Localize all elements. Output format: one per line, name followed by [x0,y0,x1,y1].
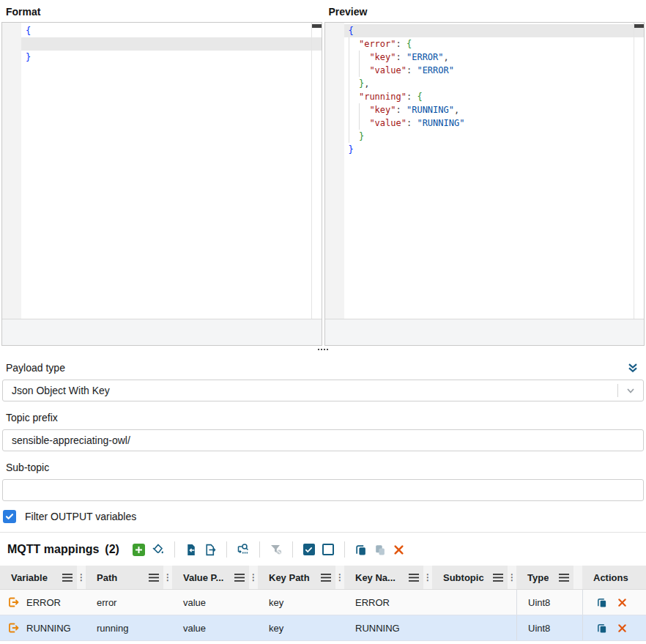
column-header-actions[interactable]: Actions [582,566,646,589]
cell-key_path[interactable]: key [258,590,344,615]
clear-mappings-icon[interactable] [149,541,168,558]
column-header-value_path[interactable]: Value P...⋮ [172,566,258,589]
column-menu-icon[interactable] [149,574,159,582]
cell-type[interactable]: Uint8 [516,590,582,615]
add-mapping-icon[interactable] [130,541,149,558]
cell-type[interactable]: Uint8 [516,615,582,640]
toolbar-divider [226,541,227,558]
format-scrollbar[interactable] [311,23,322,319]
cell-variable[interactable]: ERROR [0,590,86,615]
column-label: Actions [582,572,628,583]
cell-value_path[interactable]: value [172,590,258,615]
code-line[interactable]: "value": "ERROR" [344,64,645,77]
column-header-path[interactable]: Path⋮ [86,566,172,589]
table-row[interactable]: ERRORerrorvaluekeyERRORUint8 [0,590,646,615]
code-line[interactable]: "value": "RUNNING" [344,116,645,130]
column-label: Path [86,572,117,583]
auto-map-icon[interactable] [234,541,253,558]
payload-type-select[interactable]: Json Object With Key [2,380,644,401]
cell-path[interactable]: running [86,615,172,640]
copy-mapping-icon[interactable] [352,541,371,558]
select-all-icon[interactable] [300,541,319,558]
cell-value_path[interactable]: value [172,615,258,640]
sub-topic-input[interactable] [3,480,643,500]
format-code[interactable]: {} [21,24,322,64]
copy-row-icon[interactable] [596,597,607,608]
column-header-type[interactable]: Type [516,566,582,589]
format-editor[interactable]: {} [1,22,322,346]
editors-row: Format {} Preview {"error": {"key": "ERR… [0,0,646,346]
code-line[interactable]: "error": { [344,37,645,51]
cell-subtopic[interactable] [432,615,516,640]
column-resize-handle[interactable]: ⋮ [335,566,344,589]
import-mappings-icon[interactable] [182,541,201,558]
delete-row-icon[interactable] [617,598,627,607]
code-line[interactable]: { [21,24,322,37]
preview-editor-panel: Preview {"error": {"key": "ERROR","value… [324,0,645,346]
topic-prefix-label: Topic prefix [0,412,646,423]
mqtt-mappings-section: MQTT mappings (2) [0,532,646,641]
sub-topic-label: Sub-topic [0,462,646,473]
preview-code[interactable]: {"error": {"key": "ERROR","value": "ERRO… [344,24,645,156]
paste-mapping-icon[interactable] [371,541,390,558]
column-menu-icon[interactable] [493,574,503,582]
code-line[interactable] [21,37,322,51]
column-menu-icon[interactable] [62,574,73,582]
code-line[interactable]: "key": "RUNNING", [344,103,645,116]
preview-scrollbar[interactable] [634,23,644,319]
table-row[interactable]: RUNNINGrunningvaluekeyRUNNINGUint8 [0,615,646,641]
preview-scrollbar-thumb[interactable] [634,24,644,28]
filter-output-checkbox[interactable] [3,510,16,523]
column-header-key_name[interactable]: Key Na...⋮ [344,566,432,589]
cell-actions[interactable] [582,615,646,640]
cell-key_name[interactable]: ERROR [344,590,432,615]
delete-row-icon[interactable] [617,623,627,633]
column-header-key_path[interactable]: Key Path⋮ [258,566,344,589]
column-menu-icon[interactable] [409,574,419,582]
column-header-subtopic[interactable]: Subtopic⋮ [432,566,516,589]
variable-text: RUNNING [26,623,71,634]
delete-mappings-icon[interactable] [390,541,409,558]
code-line[interactable]: } [344,130,645,143]
cell-key_name[interactable]: RUNNING [344,615,432,640]
copy-row-icon[interactable] [596,623,607,634]
code-line[interactable]: "key": "ERROR", [344,51,645,64]
cell-variable[interactable]: RUNNING [0,615,86,640]
chevron-down-icon[interactable] [618,385,643,396]
cell-subtopic[interactable] [432,590,516,615]
preview-editor[interactable]: {"error": {"key": "ERROR","value": "ERRO… [324,22,645,346]
column-divider [573,566,582,589]
export-mappings-icon[interactable] [201,541,220,558]
chevron-double-down-icon[interactable] [627,362,639,374]
format-label: Format [1,0,322,22]
filter-output-label: Filter OUTPUT variables [25,511,136,522]
cell-path[interactable]: error [86,590,172,615]
column-menu-icon[interactable] [559,574,569,582]
column-resize-handle[interactable]: ⋮ [249,566,258,589]
column-resize-handle[interactable]: ⋮ [508,566,516,589]
code-line[interactable]: "running": { [344,90,645,103]
code-line[interactable]: } [344,143,645,156]
mappings-table: Variable⋮Path⋮Value P...⋮Key Path⋮Key Na… [0,566,646,641]
preview-label: Preview [324,0,645,22]
code-line[interactable]: }, [344,77,645,90]
deselect-all-icon[interactable] [319,541,338,558]
cell-text: error [97,597,116,608]
column-label: Type [516,572,549,583]
topic-prefix-input[interactable] [3,430,643,451]
horizontal-splitter[interactable] [0,346,646,353]
column-resize-handle[interactable]: ⋮ [77,566,86,589]
column-menu-icon[interactable] [321,574,331,582]
column-resize-handle[interactable]: ⋮ [163,566,172,589]
cell-text: key [269,623,283,634]
code-line[interactable]: } [21,51,322,64]
code-line[interactable]: { [344,24,645,37]
column-menu-icon[interactable] [234,574,245,582]
format-scrollbar-thumb[interactable] [312,24,322,28]
column-header-variable[interactable]: Variable⋮ [0,566,86,589]
column-resize-handle[interactable]: ⋮ [423,566,432,589]
filter-mappings-icon[interactable] [267,541,286,558]
cell-actions[interactable] [582,590,646,615]
preview-gutter [325,23,344,319]
cell-key_path[interactable]: key [258,615,344,640]
